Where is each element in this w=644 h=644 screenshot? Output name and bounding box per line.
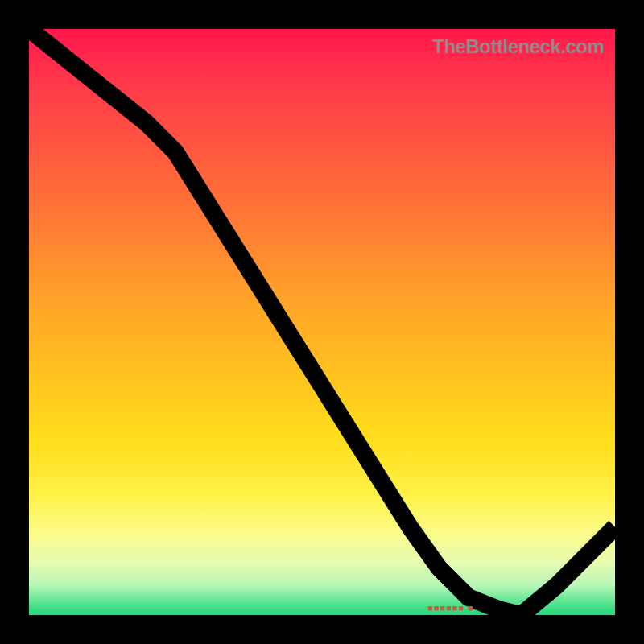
bottleneck-curve: [29, 29, 615, 615]
plot-area: TheBottleneck.com ■■■■■■ ■: [29, 29, 615, 615]
chart-frame: TheBottleneck.com ■■■■■■ ■: [0, 0, 644, 644]
obscured-x-tick-label: ■■■■■■ ■: [427, 603, 524, 614]
